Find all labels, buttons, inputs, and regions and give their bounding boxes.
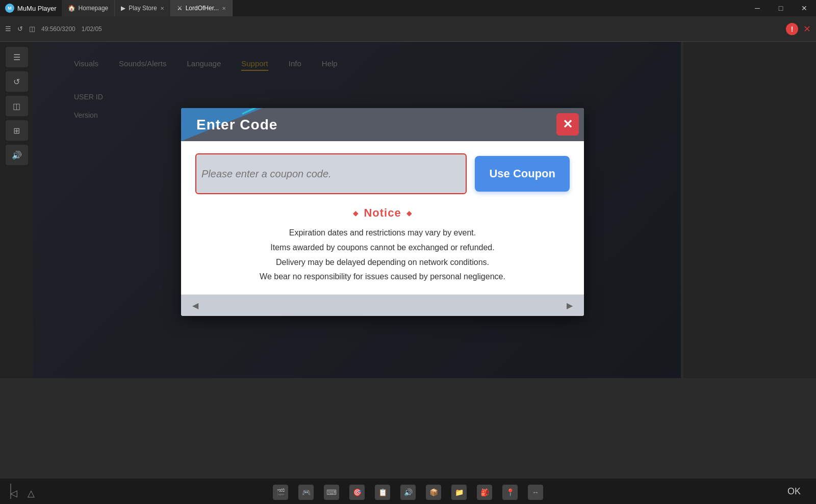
notice-diamond-left: ◆ [353,209,359,217]
game-area: Visuals Sounds/Alerts Language Support I… [33,42,681,378]
notice-title-row: ◆ Notice ◆ [195,206,570,220]
modal-title: Enter Code [196,117,277,133]
title-bar: M MuMu Player 🏠 Homepage ▶ Play Store ✕ … [0,0,816,16]
bottom-icon-copy[interactable]: 📋 [375,485,390,500]
right-panel [683,42,816,378]
bottom-icon-location[interactable]: 📍 [502,485,518,500]
bottom-icon-record[interactable]: 🎬 [273,485,288,500]
toolbar: ☰ ↺ ◫ 49:560/3200 1/02/05 ! ✕ [0,16,816,42]
minimize-button[interactable]: ─ [746,0,769,16]
maximize-button[interactable]: □ [769,0,793,16]
home-arrow[interactable]: △ [28,488,35,499]
warning-icon: ! [786,23,798,35]
nav-arrows: ◁ △ [10,488,35,499]
tab-homepage-icon: 🏠 [68,5,75,12]
tab-lordofher-icon: ⚔ [177,5,183,12]
back-arrow[interactable]: ◁ [10,488,17,499]
notice-line-3: Delivery may be delayed depending on net… [195,255,570,270]
side-toolbar: ☰ ↺ ◫ ⊞ 🔊 [0,42,33,378]
scroll-right-arrow[interactable]: ▶ [563,298,577,312]
modal-footer: ◀ ▶ [181,295,584,316]
toolbar-time: 1/02/05 [82,25,102,33]
bottom-icon-apk[interactable]: 📦 [426,485,441,500]
tab-lordofher-close[interactable]: ✕ [222,6,226,11]
toolbar-close-game[interactable]: ✕ [803,23,811,35]
use-coupon-button[interactable]: Use Coupon [475,156,570,192]
notice-diamond-right: ◆ [406,209,412,217]
tab-playstore-close[interactable]: ✕ [160,6,164,11]
logo-icon: M [5,4,14,13]
modal-body: Use Coupon ◆ Notice ◆ Expiration dates a… [181,141,584,295]
tab-playstore-icon: ▶ [121,5,125,12]
side-icon-2[interactable]: ↺ [6,71,28,92]
side-icon-3[interactable]: ◫ [6,96,28,116]
toolbar-icon-2[interactable]: ↺ [17,25,23,33]
enter-code-modal: Enter Code ✕ Use Coupon ◆ Notice ◆ [181,108,584,316]
tab-lordofher-label: LordOfHer... [186,5,219,12]
bottom-icon-bag[interactable]: 🎒 [477,485,492,500]
tab-playstore-label: Play Store [129,5,157,12]
side-icon-4[interactable]: ⊞ [6,120,28,141]
toolbar-icon-3[interactable]: ◫ [29,25,35,33]
modal-header: Enter Code ✕ [181,108,584,141]
bottom-icon-volume[interactable]: 🔊 [400,485,416,500]
notice-title: Notice [364,206,401,220]
code-input-row: Use Coupon [195,153,570,194]
modal-close-button[interactable]: ✕ [556,113,579,136]
bottom-icon-keyboard[interactable]: ⌨ [324,485,339,500]
coupon-code-input[interactable] [201,168,461,180]
toolbar-text: 49:560/3200 [41,25,75,33]
bottom-icon-target[interactable]: 🎯 [349,485,365,500]
notice-line-1: Expiration dates and restrictions may va… [195,226,570,241]
close-button[interactable]: ✕ [793,0,816,16]
bottom-icons: 🎬 🎮 ⌨ 🎯 📋 🔊 📦 📁 🎒 📍 ↔ [273,485,543,500]
tabs-area: 🏠 Homepage ▶ Play Store ✕ ⚔ LordOfHer...… [62,0,746,16]
ok-button[interactable]: OK [787,486,801,497]
tab-lordofher[interactable]: ⚔ LordOfHer... ✕ [171,0,233,16]
notice-line-2: Items awarded by coupons cannot be excha… [195,241,570,255]
window-controls: ─ □ ✕ [746,0,816,16]
side-icon-5[interactable]: 🔊 [6,145,28,165]
toolbar-icon-1[interactable]: ☰ [5,25,11,33]
bottom-icon-resize[interactable]: ↔ [528,485,543,500]
bottom-icon-gamepad[interactable]: 🎮 [298,485,314,500]
app-name: MuMu Player [17,5,57,12]
notice-line-4: We bear no responsibility for issues cau… [195,270,570,284]
code-input-wrapper[interactable] [195,153,467,194]
scroll-left-arrow[interactable]: ◀ [188,298,202,312]
side-icon-1[interactable]: ☰ [6,47,28,67]
tab-homepage-label: Homepage [79,5,109,12]
notice-text: Expiration dates and restrictions may va… [195,226,570,284]
tab-playstore[interactable]: ▶ Play Store ✕ [115,0,170,16]
notice-section: ◆ Notice ◆ Expiration dates and restrict… [195,206,570,284]
bottom-bar: ◁ △ 🎬 🎮 ⌨ 🎯 📋 🔊 📦 📁 🎒 📍 ↔ OK [0,479,816,504]
tab-homepage[interactable]: 🏠 Homepage [62,0,115,16]
bottom-icon-folder[interactable]: 📁 [451,485,467,500]
app-logo: M MuMu Player [0,4,62,13]
